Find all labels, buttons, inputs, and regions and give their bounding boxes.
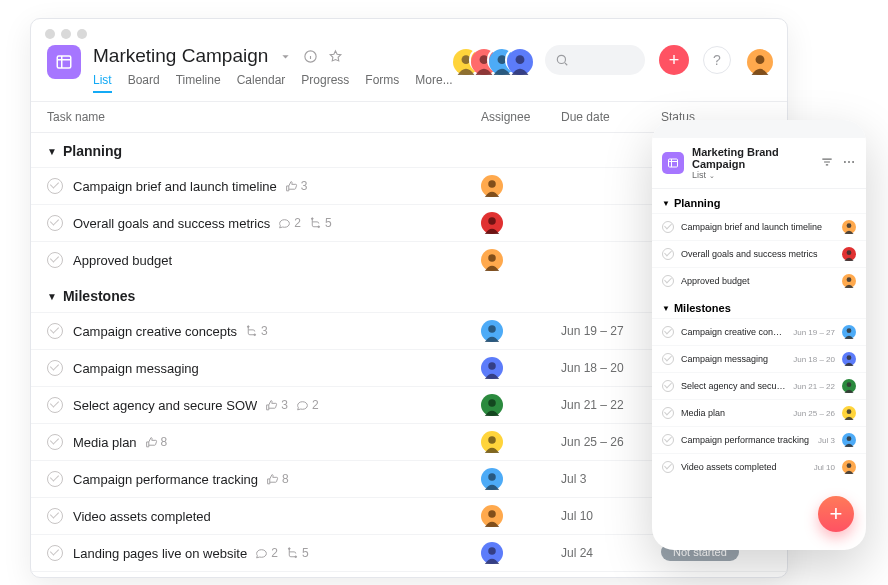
like-icon[interactable]: 8 (266, 472, 289, 486)
assignee-avatar[interactable] (481, 320, 503, 342)
mobile-view-label[interactable]: List ⌄ (692, 170, 812, 180)
due-date: Jun 21 – 22 (793, 382, 835, 391)
complete-checkbox[interactable] (662, 248, 674, 260)
due-date: Jul 10 (814, 463, 835, 472)
assignee-avatar[interactable] (842, 274, 856, 288)
due-date[interactable]: Jun 19 – 27 (561, 324, 661, 338)
complete-checkbox[interactable] (47, 545, 63, 561)
assignee-avatar[interactable] (842, 379, 856, 393)
complete-checkbox[interactable] (47, 252, 63, 268)
complete-checkbox[interactable] (47, 434, 63, 450)
mobile-task-row[interactable]: Campaign performance tracking Jul 3 (652, 426, 866, 453)
due-date[interactable]: Jun 25 – 26 (561, 435, 661, 449)
assignee-avatar[interactable] (842, 247, 856, 261)
assignee-avatar[interactable] (842, 352, 856, 366)
complete-checkbox[interactable] (47, 360, 63, 376)
like-icon[interactable]: 3 (265, 398, 288, 412)
assignee-avatar[interactable] (842, 433, 856, 447)
complete-checkbox[interactable] (662, 461, 674, 473)
complete-checkbox[interactable] (47, 471, 63, 487)
member-avatar[interactable] (505, 47, 531, 73)
task-name: Overall goals and success metrics (73, 216, 270, 231)
like-icon[interactable]: 8 (145, 435, 168, 449)
tab-board[interactable]: Board (128, 73, 160, 93)
complete-checkbox[interactable] (662, 275, 674, 287)
assignee-avatar[interactable] (481, 468, 503, 490)
due-date[interactable]: Jul 24 (561, 546, 661, 560)
comment-icon[interactable]: 2 (278, 216, 301, 230)
subtask-icon[interactable]: 3 (245, 324, 268, 338)
tab-progress[interactable]: Progress (301, 73, 349, 93)
svg-point-18 (488, 217, 495, 224)
task-row[interactable]: Campaign launch!8 Aug 1 Not started (31, 571, 787, 578)
svg-point-28 (488, 399, 495, 406)
complete-checkbox[interactable] (47, 508, 63, 524)
due-date[interactable]: Jun 18 – 20 (561, 361, 661, 375)
due-date: Jul 3 (818, 436, 835, 445)
add-button[interactable]: + (659, 45, 689, 75)
chevron-down-icon[interactable] (278, 49, 293, 64)
assignee-avatar[interactable] (481, 249, 503, 271)
complete-checkbox[interactable] (47, 178, 63, 194)
complete-checkbox[interactable] (662, 353, 674, 365)
mobile-task-row[interactable]: Campaign messaging Jun 18 – 20 (652, 345, 866, 372)
svg-point-46 (847, 223, 852, 228)
svg-point-36 (295, 555, 297, 557)
mobile-add-button[interactable]: + (818, 496, 854, 532)
svg-point-56 (847, 382, 852, 387)
subtask-icon[interactable]: 5 (286, 546, 309, 560)
assignee-avatar[interactable] (481, 542, 503, 564)
due-date[interactable]: Jun 21 – 22 (561, 398, 661, 412)
mobile-task-row[interactable]: Select agency and secure SOW Jun 21 – 22 (652, 372, 866, 399)
project-members[interactable] (451, 47, 531, 73)
complete-checkbox[interactable] (662, 221, 674, 233)
mobile-task-row[interactable]: Video assets completed Jul 10 (652, 453, 866, 480)
filter-icon[interactable] (820, 155, 834, 171)
col-header-name: Task name (47, 110, 481, 124)
complete-checkbox[interactable] (47, 397, 63, 413)
svg-point-50 (847, 277, 852, 282)
more-icon[interactable] (842, 155, 856, 171)
tab-more[interactable]: More... (415, 73, 452, 93)
complete-checkbox[interactable] (662, 380, 674, 392)
complete-checkbox[interactable] (662, 407, 674, 419)
due-date[interactable]: Jul 3 (561, 472, 661, 486)
tab-forms[interactable]: Forms (365, 73, 399, 93)
section-title: Milestones (63, 288, 135, 304)
assignee-avatar[interactable] (842, 220, 856, 234)
assignee-avatar[interactable] (481, 431, 503, 453)
subtask-icon[interactable]: 5 (309, 216, 332, 230)
mobile-task-row[interactable]: Approved budget (652, 267, 866, 294)
mobile-task-row[interactable]: Overall goals and success metrics (652, 240, 866, 267)
mobile-section-header[interactable]: ▼Planning (652, 189, 866, 213)
assignee-avatar[interactable] (481, 175, 503, 197)
assignee-avatar[interactable] (481, 357, 503, 379)
assignee-avatar[interactable] (481, 394, 503, 416)
due-date: Jun 25 – 26 (793, 409, 835, 418)
complete-checkbox[interactable] (47, 215, 63, 231)
due-date[interactable]: Jul 10 (561, 509, 661, 523)
user-avatar[interactable] (745, 47, 771, 73)
info-icon[interactable] (303, 49, 318, 64)
comment-icon[interactable]: 2 (296, 398, 319, 412)
assignee-avatar[interactable] (481, 505, 503, 527)
complete-checkbox[interactable] (47, 323, 63, 339)
tab-timeline[interactable]: Timeline (176, 73, 221, 93)
complete-checkbox[interactable] (662, 434, 674, 446)
mobile-task-row[interactable]: Campaign creative concepts Jun 19 – 27 (652, 318, 866, 345)
assignee-avatar[interactable] (842, 406, 856, 420)
like-icon[interactable]: 3 (285, 179, 308, 193)
assignee-avatar[interactable] (842, 460, 856, 474)
tab-list[interactable]: List (93, 73, 112, 93)
complete-checkbox[interactable] (662, 326, 674, 338)
help-button[interactable]: ? (703, 46, 731, 74)
star-icon[interactable] (328, 49, 343, 64)
assignee-avatar[interactable] (481, 212, 503, 234)
mobile-task-row[interactable]: Campaign brief and launch timeline (652, 213, 866, 240)
comment-icon[interactable]: 2 (255, 546, 278, 560)
mobile-section-header[interactable]: ▼Milestones (652, 294, 866, 318)
search-input[interactable] (545, 45, 645, 75)
tab-calendar[interactable]: Calendar (237, 73, 286, 93)
assignee-avatar[interactable] (842, 325, 856, 339)
mobile-task-row[interactable]: Media plan Jun 25 – 26 (652, 399, 866, 426)
